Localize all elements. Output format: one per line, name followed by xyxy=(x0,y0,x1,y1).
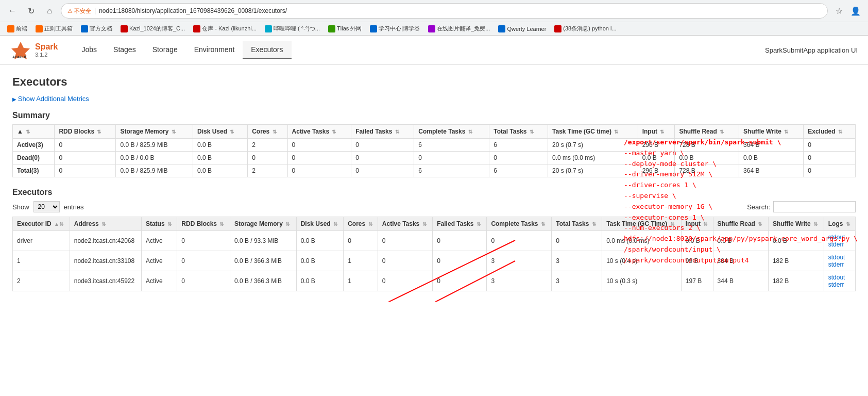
bookmark-repo[interactable]: 仓库 - Kazi (likunzhi... xyxy=(191,24,259,34)
summary-cell: Dead(0) xyxy=(13,152,55,164)
refresh-button[interactable]: ↻ xyxy=(24,4,38,18)
exec-col-input[interactable]: Input ⇅ xyxy=(681,217,713,231)
exec-col-tasktime[interactable]: Task Time (GC Time) ⇅ xyxy=(602,217,682,231)
spark-version: 3.1.2 xyxy=(35,52,58,58)
executor-logs-cell: stdoutstderr xyxy=(824,271,855,291)
summary-cell: 6 xyxy=(414,164,489,177)
executors-section-title: Executors xyxy=(12,188,856,197)
executor-cell: 3 xyxy=(552,271,602,291)
exec-col-active[interactable]: Active Tasks ⇅ xyxy=(378,217,432,231)
nav-storage[interactable]: Storage xyxy=(144,41,186,59)
exec-col-id[interactable]: Executor ID ▲⇅ xyxy=(13,217,70,231)
log-stderr-link[interactable]: stderr xyxy=(828,241,851,248)
bookmark-bilibili[interactable]: 哔哩哔哩 ( °-°)つ... xyxy=(263,24,322,34)
summary-cell: 0 xyxy=(351,152,414,164)
bookmark-translate[interactable]: 在线图片翻译_免费... xyxy=(426,24,492,34)
nav-stages[interactable]: Stages xyxy=(105,41,144,59)
nav-executors[interactable]: Executors xyxy=(243,41,291,59)
summary-col-active[interactable]: Active Tasks ⇅ xyxy=(287,125,351,139)
bookmark-qianduan[interactable]: 前端 xyxy=(5,24,29,34)
summary-col-total[interactable]: Total Tasks ⇅ xyxy=(489,125,548,139)
executor-cell: 0 xyxy=(433,231,487,251)
bookmark-kazi[interactable]: Kazi_1024的博客_C... xyxy=(118,24,187,34)
log-stderr-link[interactable]: stderr xyxy=(828,281,851,288)
executor-cell: 344 B xyxy=(713,271,768,291)
executor-cell: 1 xyxy=(344,271,378,291)
executor-cell: 0.0 B xyxy=(713,231,768,251)
address-bar[interactable]: ⚠ 不安全 | node1:18080/history/application_… xyxy=(61,3,828,19)
summary-col-rdd[interactable]: RDD Blocks ⇅ xyxy=(55,125,116,139)
home-button[interactable]: ⌂ xyxy=(42,4,57,18)
log-stdout-link[interactable]: stdout xyxy=(828,234,851,241)
summary-col-excluded[interactable]: Excluded ⇅ xyxy=(804,125,856,139)
exec-col-logs[interactable]: Logs ⇅ xyxy=(824,217,855,231)
summary-cell: 6 xyxy=(489,139,548,152)
executor-cell: 0.0 B / 366.3 MiB xyxy=(230,251,296,271)
back-button[interactable]: ← xyxy=(5,4,20,18)
summary-col-shuffleread[interactable]: Shuffle Read ⇅ xyxy=(675,125,739,139)
exec-col-status[interactable]: Status ⇅ xyxy=(141,217,177,231)
exec-col-storage[interactable]: Storage Memory ⇅ xyxy=(230,217,296,231)
show-metrics-link[interactable]: Show Additional Metrics xyxy=(12,95,89,103)
summary-col-shufflewrite[interactable]: Shuffle Write ⇅ xyxy=(739,125,804,139)
summary-cell: 20 s (0.7 s) xyxy=(548,164,638,177)
summary-cell: 2 xyxy=(248,164,287,177)
summary-cell: 20 s (0.7 s) xyxy=(548,139,638,152)
log-stderr-link[interactable]: stderr xyxy=(828,261,851,268)
summary-cell: 0.0 B / 825.9 MiB xyxy=(116,139,193,152)
exec-col-address[interactable]: Address ⇅ xyxy=(70,217,141,231)
bookmark-tlias[interactable]: Tlias 外网 xyxy=(326,24,364,34)
bookmark-regex[interactable]: 正则工具箱 xyxy=(33,24,75,34)
bookmark-xuexizhongxin[interactable]: 学习中心|博学谷 xyxy=(368,24,422,34)
summary-col-complete[interactable]: Complete Tasks ⇅ xyxy=(414,125,489,139)
show-select[interactable]: 20 50 100 xyxy=(33,201,60,212)
summary-col-failed[interactable]: Failed Tasks ⇅ xyxy=(351,125,414,139)
exec-col-failed[interactable]: Failed Tasks ⇅ xyxy=(433,217,487,231)
extensions-button[interactable]: ☆ xyxy=(832,4,846,18)
profile-button[interactable]: 👤 xyxy=(848,4,863,18)
executor-cell: 0 xyxy=(487,231,552,251)
exec-col-shuffleread[interactable]: Shuffle Read ⇅ xyxy=(713,217,768,231)
bookmark-qwerty[interactable]: Qwerty Learner xyxy=(496,24,548,34)
summary-col-tasktime[interactable]: Task Time (GC time) ⇅ xyxy=(548,125,638,139)
log-stdout-link[interactable]: stdout xyxy=(828,274,851,281)
summary-cell: 0.0 B xyxy=(739,152,804,164)
exec-col-rdd[interactable]: RDD Blocks ⇅ xyxy=(177,217,230,231)
log-stdout-link[interactable]: stdout xyxy=(828,254,851,261)
bookmark-icon xyxy=(121,25,128,32)
summary-col-storage[interactable]: Storage Memory ⇅ xyxy=(116,125,193,139)
summary-cell: 6 xyxy=(414,139,489,152)
executor-cell: node3.itcast.cn:45922 xyxy=(70,271,141,291)
exec-col-cores[interactable]: Cores ⇅ xyxy=(344,217,378,231)
executor-cell: 197 B xyxy=(681,271,713,291)
bookmark-icon xyxy=(554,25,561,32)
exec-col-shufflewrite[interactable]: Shuffle Write ⇅ xyxy=(768,217,824,231)
bookmark-icon xyxy=(370,25,377,32)
summary-col-disk[interactable]: Disk Used ⇅ xyxy=(193,125,247,139)
bookmark-python[interactable]: (38条消息) python l... xyxy=(552,24,618,34)
summary-col-input[interactable]: Input ⇅ xyxy=(638,125,675,139)
summary-section-title: Summary xyxy=(12,111,856,120)
executor-cell: 3 xyxy=(487,251,552,271)
summary-cell: 0.0 B xyxy=(638,152,675,164)
exec-col-total[interactable]: Total Tasks ⇅ xyxy=(552,217,602,231)
exec-col-disk[interactable]: Disk Used ⇅ xyxy=(296,217,344,231)
nav-environment[interactable]: Environment xyxy=(186,41,243,59)
nav-jobs[interactable]: Jobs xyxy=(73,41,105,59)
search-input[interactable] xyxy=(773,201,856,212)
summary-cell: 0 xyxy=(287,152,351,164)
exec-col-complete[interactable]: Complete Tasks ⇅ xyxy=(487,217,552,231)
executor-cell: 384 B xyxy=(713,251,768,271)
executor-cell: 0 xyxy=(177,271,230,291)
summary-cell: 728 B xyxy=(675,139,739,152)
summary-cell: 728 B xyxy=(675,164,739,177)
summary-col-label[interactable]: ▲ ⇅ xyxy=(13,125,55,139)
summary-col-cores[interactable]: Cores ⇅ xyxy=(248,125,287,139)
bookmark-icon xyxy=(193,25,200,32)
bookmark-docs[interactable]: 官方文档 xyxy=(79,24,114,34)
executor-cell: Active xyxy=(141,231,177,251)
executor-cell: 3 xyxy=(487,271,552,291)
summary-row: Active(3)00.0 B / 825.9 MiB0.0 B2006620 … xyxy=(13,139,856,152)
summary-cell: 0 xyxy=(248,152,287,164)
executor-logs-cell: stdoutstderr xyxy=(824,251,855,271)
